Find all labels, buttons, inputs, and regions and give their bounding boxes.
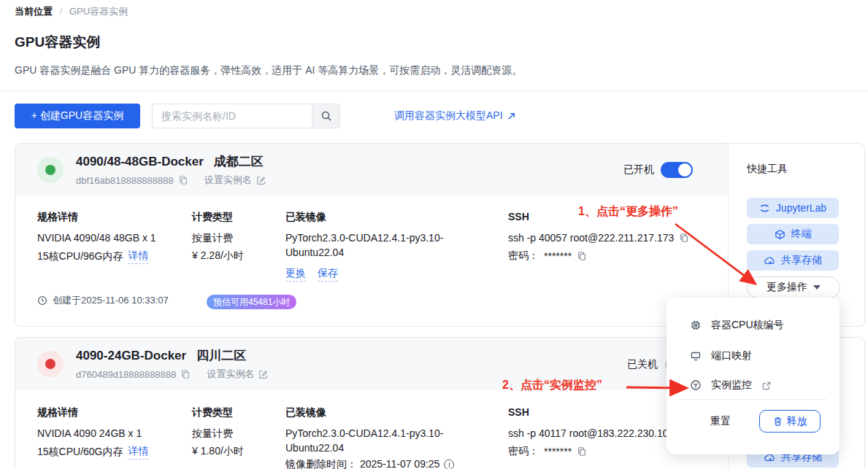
jupyterlab-button[interactable]: JupyterLab [747, 198, 839, 218]
api-link-label: 调用容器实例大模型API [394, 109, 503, 123]
image-delete-row: 镜像删除时间： 2025-11-07 09:25 [285, 458, 454, 469]
search-input[interactable] [153, 104, 312, 128]
menu-item-label: 实例监控 [711, 379, 752, 392]
search-button[interactable] [312, 104, 339, 128]
spec-gpu: NVIDIA 4090/48 48GB x 1 [37, 232, 156, 244]
image-line2: Ubuntu22.04 [285, 247, 344, 258]
jupyter-icon [759, 204, 770, 213]
edit-icon[interactable] [258, 370, 268, 379]
image-save-link[interactable]: 保存 [318, 267, 338, 282]
billing-price: ¥ 1.80/小时 [192, 445, 244, 458]
edit-icon[interactable] [256, 176, 266, 185]
breadcrumb-current-page[interactable]: GPU容器实例 [69, 6, 128, 17]
reset-button[interactable]: 重置 [710, 415, 731, 428]
more-actions-button[interactable]: 更多操作 [747, 276, 840, 298]
ssh-command-row: ssh -p 40057 root@222.211.217.173 [508, 232, 689, 244]
image-delete-time: 镜像删除时间： 2025-11-07 09:25 [285, 458, 439, 469]
image-line2: Ubuntu22.04 [285, 442, 344, 454]
menu-item-cpu-core[interactable]: 容器CPU核编号 [690, 317, 784, 334]
instance-id: dbf16ab818888888888 [76, 175, 174, 186]
breadcrumb-separator: / [60, 6, 63, 17]
billing-price: ¥ 2.28/小时 [192, 249, 244, 263]
annotation-step2: 2、点击“实例监控” [502, 378, 602, 393]
search-box [152, 104, 340, 128]
status-dot-running [37, 157, 64, 183]
clock-icon [37, 295, 47, 306]
set-instance-name-link[interactable]: 设置实例名 [207, 368, 254, 381]
billing-header: 计费类型 [192, 406, 233, 419]
annotation-step1: 1、点击“更多操作” [578, 204, 678, 220]
image-header: 已装镜像 [285, 406, 326, 419]
spec-detail-link[interactable]: 详情 [128, 249, 148, 264]
monitor-icon [690, 379, 702, 391]
ssh-header: SSH [508, 211, 529, 222]
jupyterlab-label: JupyterLab [776, 202, 826, 214]
menu-item-instance-monitor[interactable]: 实例监控 [690, 376, 771, 394]
copy-icon[interactable] [178, 175, 188, 185]
divider [0, 90, 868, 91]
specs-header: 规格详情 [37, 211, 78, 224]
gpu-instance-page: 当前位置 / GPU容器实例 GPU容器实例 GPU 容器实例是融合 GPU 算… [0, 0, 868, 469]
billing-type: 按量计费 [192, 232, 233, 245]
shared-storage-label: 共享存储 [781, 254, 822, 267]
billing-header: 计费类型 [192, 211, 233, 224]
instance-id-row: dbf16ab818888888888 设置实例名 [76, 174, 266, 187]
ssh-header: SSH [508, 406, 529, 418]
ssh-command: ssh -p 40117 root@183.222.230.10 [508, 427, 668, 439]
menu-item-port-mapping[interactable]: 端口映射 [690, 347, 752, 365]
instance-region: 四川二区 [196, 349, 246, 363]
spec-detail-link[interactable]: 详情 [128, 445, 148, 460]
port-icon [690, 350, 702, 362]
terminal-label: 终端 [791, 228, 812, 241]
cloud-icon [764, 256, 775, 265]
external-link-icon [761, 381, 771, 390]
estimated-hours-badge: 预估可用45481小时 [207, 295, 296, 309]
instance-title: 4090-24GB-Docker四川二区 [76, 347, 246, 364]
shared-storage-button[interactable]: 共享存储 [747, 250, 839, 271]
menu-item-label: 容器CPU核编号 [711, 319, 784, 332]
quick-tools-label: 快捷工具 [747, 163, 788, 176]
copy-icon[interactable] [180, 369, 191, 379]
status-dot-stopped [37, 351, 64, 377]
api-link[interactable]: 调用容器实例大模型API [394, 109, 515, 123]
instance-card-header [15, 144, 728, 196]
cube-icon [775, 229, 786, 240]
image-actions: 更换 保存 [285, 267, 338, 282]
cpu-icon [690, 319, 702, 331]
power-status-label: 已开机 [623, 163, 654, 177]
breadcrumb: 当前位置 / GPU容器实例 [15, 5, 128, 18]
image-line1: PyTorch2.3.0-CUDA12.4.1-py3.10- [285, 427, 443, 439]
power-toggle[interactable] [661, 162, 693, 178]
page-description: GPU 容器实例是融合 GPU 算力的容器服务，弹性高效，适用于 AI 等高算力… [15, 64, 522, 77]
more-actions-label: 更多操作 [767, 281, 807, 294]
created-row: 创建于2025-11-06 10:33:07 [37, 294, 169, 307]
copy-icon[interactable] [577, 251, 587, 261]
image-line1: PyTorch2.3.0-CUDA12.4.1-py3.10- [285, 232, 443, 244]
spec-cpu: 15核CPU/96G内存 [37, 250, 123, 263]
created-time: 创建于2025-11-06 10:33:07 [53, 294, 169, 307]
divider [680, 399, 826, 400]
password-label: 密码： [508, 249, 539, 263]
release-button[interactable]: 释放 [759, 410, 821, 433]
instance-id: d760489d18888888888 [76, 369, 176, 380]
copy-icon[interactable] [679, 233, 689, 243]
ssh-password-row: 密码： ******* [508, 249, 587, 263]
create-instance-button[interactable]: + 创建GPU容器实例 [15, 104, 140, 128]
copy-icon[interactable] [577, 446, 587, 457]
ssh-command: ssh -p 40057 root@222.211.217.173 [508, 232, 674, 244]
instance-card-header [15, 338, 728, 390]
spec-cpu-row: 15核CPU/60G内存 详情 [37, 445, 148, 460]
more-actions-menu: 容器CPU核编号 端口映射 实例监控 重置 [667, 298, 840, 454]
terminal-button[interactable]: 终端 [747, 224, 839, 244]
power-status-label: 已关机 [627, 358, 658, 371]
image-replace-link[interactable]: 更换 [285, 267, 306, 282]
page-title: GPU容器实例 [15, 33, 100, 52]
image-header: 已装镜像 [285, 211, 326, 224]
set-instance-name-link[interactable]: 设置实例名 [204, 174, 252, 187]
instance-name: 4090/48-48GB-Docker [76, 155, 204, 168]
menu-item-label: 端口映射 [711, 349, 752, 363]
instance-name: 4090-24GB-Docker [76, 349, 186, 363]
password-label: 密码： [508, 445, 539, 458]
search-icon [320, 110, 332, 122]
ssh-password-row: 密码： ******* [508, 445, 587, 458]
